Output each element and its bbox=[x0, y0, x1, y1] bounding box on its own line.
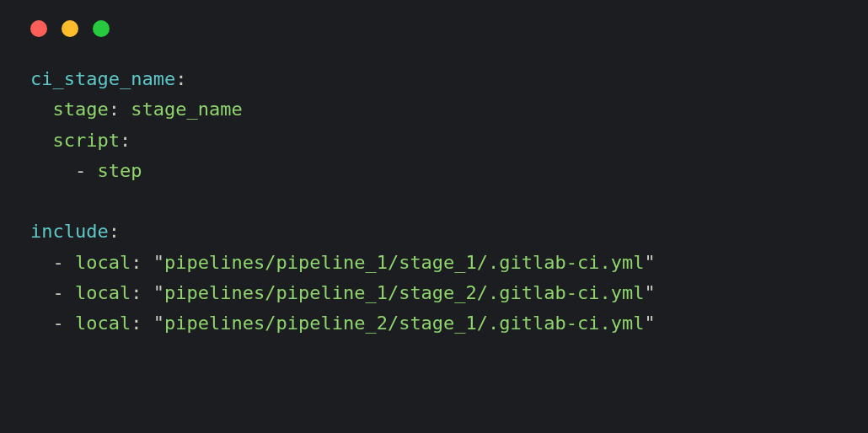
window-controls bbox=[0, 0, 868, 37]
quote: " bbox=[645, 252, 656, 273]
yaml-key-local: local bbox=[75, 252, 131, 273]
yaml-key-local: local bbox=[75, 282, 131, 303]
colon: : bbox=[131, 313, 142, 334]
colon: : bbox=[120, 130, 131, 151]
colon: : bbox=[131, 252, 142, 273]
yaml-key-script: script bbox=[53, 130, 120, 151]
quote: " bbox=[153, 313, 164, 334]
colon: : bbox=[131, 282, 142, 303]
quote: " bbox=[645, 313, 656, 334]
yaml-value-step: step bbox=[97, 160, 142, 181]
yaml-value-path: pipelines/pipeline_1/stage_1/.gitlab-ci.… bbox=[164, 252, 645, 273]
colon: : bbox=[175, 68, 186, 89]
maximize-icon[interactable] bbox=[93, 20, 110, 37]
quote: " bbox=[153, 282, 164, 303]
yaml-key-stage: stage bbox=[53, 99, 109, 120]
list-dash: - bbox=[53, 252, 76, 273]
close-icon[interactable] bbox=[30, 20, 47, 37]
quote: " bbox=[645, 282, 656, 303]
list-dash: - bbox=[53, 313, 76, 334]
yaml-value-path: pipelines/pipeline_2/stage_1/.gitlab-ci.… bbox=[164, 313, 645, 334]
list-dash: - bbox=[75, 160, 98, 181]
colon: : bbox=[109, 99, 120, 120]
yaml-key-local: local bbox=[75, 313, 131, 334]
yaml-value-path: pipelines/pipeline_1/stage_2/.gitlab-ci.… bbox=[164, 282, 645, 303]
colon: : bbox=[109, 221, 120, 242]
list-dash: - bbox=[53, 282, 76, 303]
minimize-icon[interactable] bbox=[62, 20, 78, 37]
quote: " bbox=[153, 252, 164, 273]
yaml-key-job: ci_stage_name bbox=[30, 68, 175, 89]
yaml-value-stage: stage_name bbox=[131, 99, 242, 120]
yaml-key-include: include bbox=[30, 221, 109, 242]
code-block: ci_stage_name: stage: stage_name script:… bbox=[0, 37, 868, 339]
